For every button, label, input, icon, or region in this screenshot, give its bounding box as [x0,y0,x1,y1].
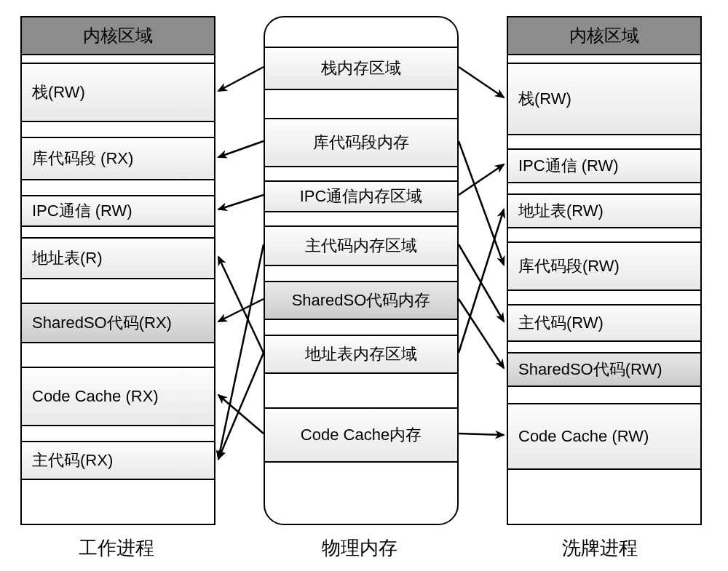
left-column: 内核区域 栈(RW)库代码段 (RX)IPC通信 (RW)地址表(R)Share… [20,16,215,525]
cell: 栈(RW) [508,63,700,135]
cell-label: 栈(RW) [32,81,85,103]
arrow [459,244,504,322]
cell: 地址表内存区域 [265,335,457,374]
cell: SharedSO代码(RX) [22,303,214,343]
arrow [218,141,264,157]
cell: SharedSO代码(RW) [508,352,700,387]
arrow [218,67,264,91]
caption-left: 工作进程 [79,535,154,561]
cell-label: 库代码段内存 [313,132,409,153]
cell-label: 库代码段 (RX) [32,148,133,169]
cell-label: 主代码(RW) [518,312,604,334]
right-body: 栈(RW)IPC通信 (RW)地址表(RW)库代码段(RW)主代码(RW)Sha… [508,55,700,470]
cell: 库代码段(RW) [508,241,700,291]
cell-label: 栈(RW) [518,88,571,110]
arrow [218,195,264,209]
cell: 库代码段内存 [265,118,457,167]
right-header: 内核区域 [508,17,700,55]
cell: IPC通信内存区域 [265,180,457,212]
diagram-stage: 内核区域 栈(RW)库代码段 (RX)IPC通信 (RW)地址表(R)Share… [0,0,728,571]
cell-label: 主代码内存区域 [305,235,417,257]
right-column: 内核区域 栈(RW)IPC通信 (RW)地址表(RW)库代码段(RW)主代码(R… [507,16,702,525]
caption-right: 洗牌进程 [562,535,638,561]
cell: 栈内存区域 [265,47,457,90]
cell-label: 栈内存区域 [321,57,401,79]
cell: 主代码内存区域 [265,225,457,266]
cell: SharedSO代码内存 [265,281,457,320]
arrow [459,209,504,353]
cell: 库代码段 (RX) [22,137,214,180]
cell-label: Code Cache内存 [301,424,422,446]
cell-label: IPC通信内存区域 [300,185,423,207]
arrow [459,67,504,97]
arrow [218,299,264,322]
cell: 地址表(R) [22,237,214,279]
cell-label: SharedSO代码(RX) [32,312,172,334]
cell-label: SharedSO代码(RW) [518,359,662,380]
arrow [459,164,504,195]
cell: Code Cache (RW) [508,403,700,470]
arrow [459,299,504,368]
cell: IPC通信 (RW) [508,148,700,183]
cell-label: 库代码段(RW) [518,255,620,277]
cell: Code Cache内存 [265,407,457,463]
arrow [218,257,264,353]
left-header: 内核区域 [22,17,214,55]
arrow [459,141,504,265]
cell-label: Code Cache (RX) [32,387,159,406]
cell-label: 主代码(RX) [32,450,113,471]
cell-label: 地址表内存区域 [305,343,417,365]
cell-label: 地址表(RW) [518,200,604,222]
cell: 栈(RW) [22,63,214,122]
left-body: 栈(RW)库代码段 (RX)IPC通信 (RW)地址表(R)SharedSO代码… [22,55,214,480]
arrow [459,434,504,435]
arrow [218,395,264,434]
cell-label: SharedSO代码内存 [292,290,431,311]
caption-mid: 物理内存 [322,535,397,561]
cell-label: IPC通信 (RW) [32,200,132,222]
cell-label: 地址表(R) [32,247,103,269]
mid-top-pad [265,17,457,39]
arrow [218,353,264,459]
cell: 地址表(RW) [508,193,700,228]
cell: 主代码(RW) [508,304,700,342]
cell-label: Code Cache (RW) [518,427,649,446]
cell: 主代码(RX) [22,441,214,480]
mid-body: 栈内存区域库代码段内存IPC通信内存区域主代码内存区域SharedSO代码内存地… [265,39,457,463]
cell: IPC通信 (RW) [22,195,214,227]
cell-label: IPC通信 (RW) [518,155,619,177]
mid-column: 栈内存区域库代码段内存IPC通信内存区域主代码内存区域SharedSO代码内存地… [264,16,459,525]
arrow [218,244,264,459]
cell: Code Cache (RX) [22,367,214,426]
